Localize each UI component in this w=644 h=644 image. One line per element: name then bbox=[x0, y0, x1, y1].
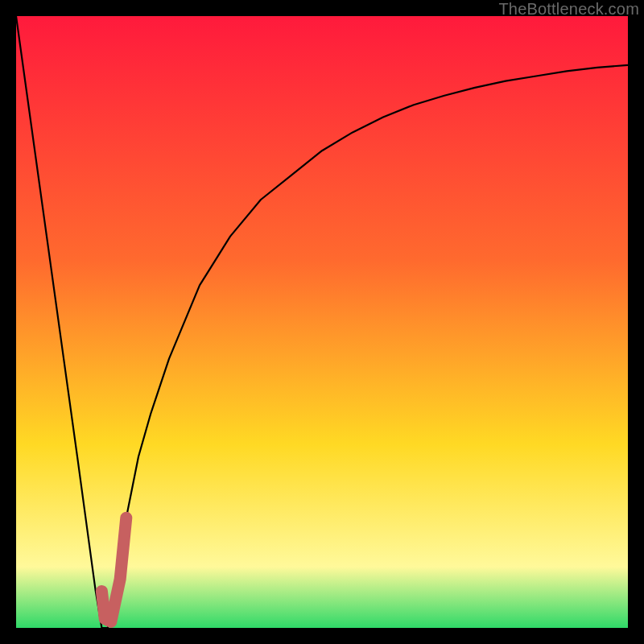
plot-area bbox=[16, 16, 628, 628]
watermark-text: TheBottleneck.com bbox=[498, 0, 639, 19]
chart-frame: TheBottleneck.com bbox=[0, 0, 644, 644]
gradient-background bbox=[16, 16, 628, 628]
chart-svg bbox=[16, 16, 628, 628]
